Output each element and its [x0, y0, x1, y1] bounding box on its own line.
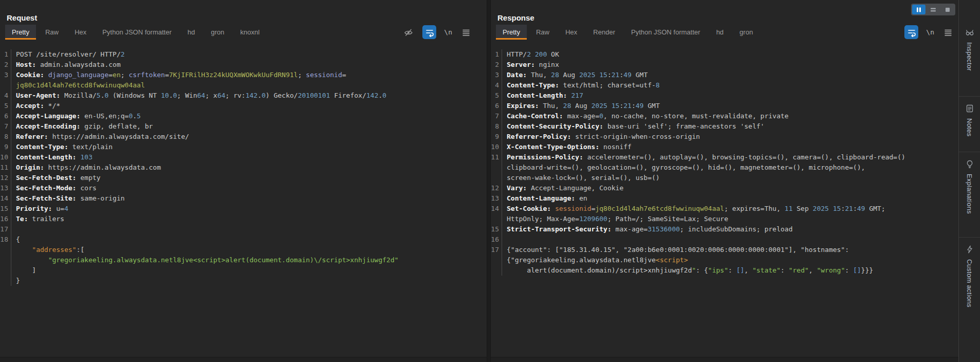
line-number: 13 [491, 193, 502, 204]
code-line: 13Content-Language: en [491, 193, 958, 204]
code-line: 1POST /site/resolver/ HTTP/2 [0, 49, 487, 60]
line-number [0, 255, 11, 265]
line-number: 8 [0, 132, 11, 142]
line-number [491, 255, 502, 265]
line-number: 7 [0, 121, 11, 132]
line-number: 12 [491, 183, 502, 193]
code-line: alert(document.domain)/script>xnhjiuwgf2… [491, 265, 958, 276]
show-newlines-button[interactable]: \n [444, 28, 452, 36]
tab-raw[interactable]: Raw [529, 25, 556, 40]
request-tabbar: PrettyRawHexPython JSON formatterhdgronk… [0, 25, 487, 40]
sidebar-item-label: Explanations [966, 174, 973, 214]
code-line: 12Sec-Fetch-Dest: empty [0, 173, 487, 183]
response-hscrollbar[interactable] [491, 357, 958, 362]
line-number: 9 [491, 132, 502, 142]
sidebar-item-explanations[interactable]: Explanations [959, 152, 980, 238]
code-line: {"gregoriakeeling.alwaysdata.netl8jve<sc… [491, 255, 958, 265]
hamburger-icon [943, 28, 953, 37]
stop-icon [944, 6, 951, 13]
word-wrap-button[interactable] [904, 25, 918, 39]
hide-sensitive-button[interactable] [402, 26, 415, 39]
code-line: 3Date: Thu, 28 Aug 2025 15:21:49 GMT [491, 70, 958, 80]
sidebar-item-notes[interactable]: Notes [959, 97, 980, 152]
tab-pretty[interactable]: Pretty [5, 25, 36, 40]
word-wrap-icon [907, 28, 916, 37]
line-number [0, 276, 11, 286]
line-number: 12 [0, 173, 11, 183]
line-number: 11 [491, 152, 502, 162]
tab-gron[interactable]: gron [733, 25, 760, 40]
tab-python-json-formatter[interactable]: Python JSON formatter [625, 25, 707, 40]
line-number [0, 80, 11, 90]
code-line: 4Content-Type: text/html; charset=utf-8 [491, 80, 958, 90]
request-editor[interactable]: 1POST /site/resolver/ HTTP/22Host: admin… [0, 49, 487, 356]
code-line: 8Content-Security-Policy: base-uri 'self… [491, 121, 958, 132]
sidebar-item-label: Notes [966, 118, 973, 136]
rows-icon [930, 6, 937, 13]
code-line: 8Referer: https://admin.alwaysdata.com/s… [0, 132, 487, 142]
line-number: 2 [0, 60, 11, 70]
tab-python-json-formatter[interactable]: Python JSON formatter [96, 25, 178, 40]
line-number [491, 214, 502, 224]
code-line: 14Set-Cookie: sessionid=jq80c1d4l4ah7e6t… [491, 204, 958, 214]
code-line: 11Permissions-Policy: accelerometer=(), … [491, 152, 958, 162]
sidebar-item-custom-actions[interactable]: Custom actions [959, 238, 980, 333]
line-number: 3 [491, 70, 502, 80]
pause-button[interactable] [912, 5, 925, 14]
line-number: 10 [0, 152, 11, 162]
line-number: 11 [0, 162, 11, 173]
response-panel-title: Response [491, 0, 958, 25]
code-line: 2Host: admin.alwaysdata.com [0, 60, 487, 70]
word-wrap-button[interactable] [422, 25, 436, 39]
code-line: 6Accept-Language: en-US,en;q=0.5 [0, 111, 487, 121]
code-line: 17 [0, 224, 487, 234]
right-sidebar: InspectorNotesExplanationsCustom actions [958, 0, 980, 362]
sidebar-item-inspector[interactable]: Inspector [959, 21, 980, 97]
request-hscrollbar[interactable] [0, 357, 487, 362]
stop-button[interactable] [941, 5, 954, 14]
line-number: 15 [0, 204, 11, 214]
inspector-icon [965, 28, 974, 37]
response-tabbar: PrettyRawHexRenderPython JSON formatterh… [491, 25, 958, 40]
code-line: 14Sec-Fetch-Site: same-origin [0, 193, 487, 204]
tab-knoxnl[interactable]: knoxnl [234, 25, 266, 40]
line-number: 15 [491, 224, 502, 234]
code-line: 5Content-Length: 217 [491, 90, 958, 101]
request-panel-title: Request [0, 0, 487, 25]
line-number [0, 265, 11, 276]
code-line: 1HTTP/2 200 OK [491, 49, 958, 60]
code-line: jq80c1d4l4ah7e6tcd8fwwinuqw04aal [0, 80, 487, 90]
code-line: 15Strict-Transport-Security: max-age=315… [491, 224, 958, 234]
code-line: 7Accept-Encoding: gzip, deflate, br [0, 121, 487, 132]
line-number: 17 [491, 245, 502, 255]
response-editor[interactable]: 1HTTP/2 200 OK2Server: nginx3Date: Thu, … [491, 49, 958, 356]
line-number: 1 [0, 49, 11, 60]
code-line: 4User-Agent: Mozilla/5.0 (Windows NT 10.… [0, 90, 487, 101]
editor-menu-button[interactable] [460, 26, 472, 39]
tab-gron[interactable]: gron [204, 25, 231, 40]
panel-splitter[interactable] [487, 0, 491, 362]
tab-hd[interactable]: hd [709, 25, 730, 40]
code-line: ] [0, 265, 487, 276]
tab-raw[interactable]: Raw [39, 25, 65, 40]
code-line: 11Origin: https://admin.alwaysdata.com [0, 162, 487, 173]
line-number: 16 [0, 214, 11, 224]
line-number: 7 [491, 111, 502, 121]
response-panel: Response PrettyRawHexRenderPython JSON f… [491, 0, 958, 362]
request-panel: Request PrettyRawHexPython JSON formatte… [0, 0, 487, 362]
sidebar-item-label: Inspector [966, 42, 973, 71]
tab-pretty[interactable]: Pretty [496, 25, 527, 40]
tab-hex[interactable]: Hex [559, 25, 584, 40]
code-line: screen-wake-lock=(), serial=(), usb=() [491, 173, 958, 183]
line-number: 6 [0, 111, 11, 121]
tab-hex[interactable]: Hex [68, 25, 93, 40]
editor-menu-button[interactable] [942, 26, 954, 39]
code-line: "addresses":[ [0, 245, 487, 255]
response-toolbar: \n [904, 25, 954, 40]
sidebar-item-label: Custom actions [966, 259, 973, 307]
rows-button[interactable] [926, 5, 940, 14]
tab-render[interactable]: Render [586, 25, 622, 40]
show-newlines-button[interactable]: \n [926, 28, 934, 36]
line-number [491, 173, 502, 183]
tab-hd[interactable]: hd [181, 25, 202, 40]
